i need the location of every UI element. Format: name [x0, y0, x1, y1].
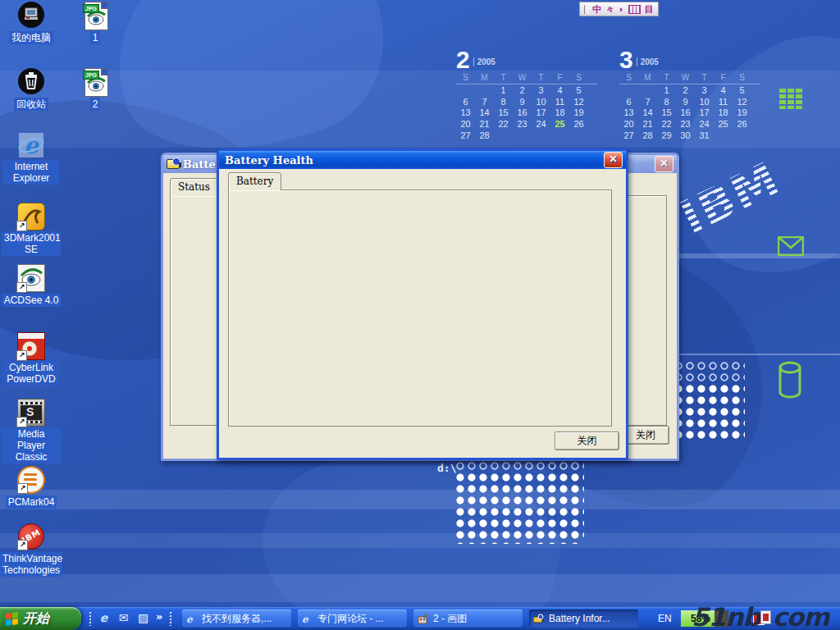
- calendar-cell: 18: [550, 107, 569, 119]
- envelope-icon: [778, 236, 804, 256]
- outlook-express-icon[interactable]: ✉: [116, 611, 130, 625]
- desktop-icon-jpg-2[interactable]: JPG 2: [64, 68, 126, 111]
- task-button-forum[interactable]: e 专门网论坛 - ...: [298, 609, 407, 628]
- icon-label: ACDSee 4.0: [2, 294, 62, 307]
- calendar-cell: 11: [714, 97, 733, 108]
- calendar-cell: [569, 130, 588, 142]
- calendar-cell: 9: [676, 97, 695, 108]
- icon-label: Internet Explorer: [3, 160, 59, 185]
- calendar-cell: 24: [532, 119, 550, 130]
- ime-shape-icon[interactable]: 々: [605, 3, 614, 15]
- task-button-paint[interactable]: 2 - 画图: [413, 609, 523, 628]
- calendar-cell: 12: [733, 97, 751, 108]
- tab-page: [228, 189, 612, 427]
- desktop-icon-jpg-1[interactable]: JPG 1: [64, 2, 126, 44]
- close-icon[interactable]: ✕: [655, 156, 673, 172]
- ime-keyboard-icon[interactable]: [628, 5, 641, 14]
- start-button[interactable]: 开始: [0, 607, 81, 630]
- calendar-cell: 8: [657, 97, 676, 108]
- calendar-cell: 27: [456, 130, 475, 142]
- calendar-march: 32005 SMTWTFS123456789101112131415161718…: [619, 46, 760, 142]
- desktop-icon-mpc[interactable]: S ↗ Media Player Classic: [0, 399, 62, 463]
- drive-label: d:\: [437, 462, 456, 474]
- calendar-cell: 3: [695, 85, 714, 97]
- calendar-cell: 24: [695, 119, 714, 130]
- calendar-cell: W: [513, 72, 532, 84]
- calendar-grid: SMTWTFS123456789101112131415161718192021…: [619, 72, 760, 142]
- icon-label: 我的电脑: [9, 31, 53, 44]
- task-button-server[interactable]: e 找不到服务器,...: [182, 609, 291, 628]
- icon-label: 1: [90, 31, 101, 44]
- powerdvd-icon: ↗: [17, 332, 45, 360]
- ime-mode-icon[interactable]: 中: [592, 3, 601, 15]
- language-indicator[interactable]: EN: [658, 613, 672, 624]
- calendar-cell: 20: [619, 119, 638, 130]
- calendar-cell: 11: [550, 97, 569, 108]
- calendar-cell: 4: [550, 85, 569, 97]
- tab-status[interactable]: Status: [170, 178, 218, 196]
- battery-health-dialog[interactable]: Battery Health ✕ Battery Battery Health …: [217, 148, 628, 460]
- calendar-cell: T: [532, 72, 550, 84]
- desktop-icon-pcmark[interactable]: ↗ PCMark04: [0, 466, 62, 509]
- quicklaunch-overflow-chevron[interactable]: »: [156, 610, 162, 623]
- calendar-cell: 23: [513, 119, 532, 130]
- pcmark-icon: ↗: [17, 466, 45, 494]
- watermark-left: 51nb: [692, 602, 760, 630]
- icon-label: 回收站: [14, 98, 48, 111]
- ime-language-bar[interactable]: 中 々 ◗ 目: [579, 2, 659, 16]
- desktop-icon-acdsee[interactable]: ↗ ACDSee 4.0: [0, 264, 62, 307]
- calendar-month: 2: [456, 46, 470, 73]
- icon-label: Media Player Classic: [2, 427, 61, 463]
- calendar-cell: 26: [569, 119, 588, 130]
- calendar-cell: 18: [714, 107, 733, 119]
- tab-battery[interactable]: Battery: [228, 172, 281, 190]
- icon-label: 2: [90, 98, 101, 111]
- desktop-icon-3dmark[interactable]: ↗ 3DMark2001 SE: [0, 203, 62, 256]
- svg-text:e: e: [302, 614, 309, 624]
- calendar-cell: 28: [638, 130, 657, 142]
- calendar-cell: [714, 130, 733, 142]
- close-button[interactable]: 关闭: [555, 431, 619, 450]
- desktop-icon-my-computer[interactable]: 我的电脑: [0, 2, 62, 44]
- calendar-cell: 9: [513, 97, 532, 108]
- dot-grid-center-ring: [456, 462, 584, 473]
- calendar-cell: 15: [494, 107, 513, 119]
- calendar-cell: 2: [676, 85, 695, 97]
- desktop-icon-recycle-bin[interactable]: 回收站: [0, 68, 62, 111]
- calendar-cell: 1: [494, 85, 513, 97]
- calendar-cell: 13: [619, 107, 638, 119]
- close-button-back[interactable]: 关闭: [622, 426, 669, 445]
- jpg-file-icon: JPG: [81, 2, 109, 30]
- taskband-handle[interactable]: [169, 611, 172, 626]
- dialog-title: Battery Health: [222, 154, 313, 167]
- 3dmark-icon: ↗: [17, 203, 45, 231]
- dot-grid-right-filled: [674, 385, 745, 442]
- ime-menu-icon[interactable]: 目: [645, 3, 654, 15]
- quicklaunch-handle[interactable]: [89, 611, 92, 626]
- calendar-cell: 17: [532, 107, 550, 119]
- ime-punct-icon[interactable]: ◗: [619, 3, 624, 15]
- watermark-logo-icon: [760, 610, 771, 624]
- internet-explorer-icon: e: [17, 131, 45, 159]
- ie-quicklaunch-icon[interactable]: e: [97, 611, 111, 625]
- calendar-month: 3: [619, 46, 633, 73]
- calendar-cell: 22: [657, 119, 676, 130]
- desktop-icon-powerdvd[interactable]: ↗ CyberLink PowerDVD: [0, 332, 62, 386]
- task-button-battery-information[interactable]: Battery Infor...: [529, 609, 638, 628]
- calendar-cell: 16: [676, 107, 695, 119]
- calendar-title: 22005: [456, 46, 597, 72]
- title-bar[interactable]: Battery Health ✕: [219, 151, 626, 169]
- calendar-cell: [494, 130, 513, 142]
- icon-label: ThinkVantage Technologies: [0, 552, 62, 577]
- close-icon[interactable]: ✕: [604, 152, 623, 168]
- show-desktop-icon[interactable]: ▨: [136, 611, 150, 625]
- desktop-icon-internet-explorer[interactable]: e Internet Explorer: [0, 131, 62, 185]
- desktop-icon-thinkvantage[interactable]: IBM ↗ ThinkVantage Technologies: [0, 523, 62, 577]
- calendar-february: 22005 SMTWTFS123456789101112131415161718…: [456, 46, 597, 142]
- calendar-cell: [532, 130, 550, 142]
- ime-drag-handle[interactable]: [584, 5, 588, 14]
- task-label: 找不到服务器,...: [202, 612, 272, 626]
- windows-flag-icon: [6, 612, 18, 626]
- calendar-cell: 19: [733, 107, 751, 119]
- shortcut-arrow-icon: ↗: [17, 483, 28, 494]
